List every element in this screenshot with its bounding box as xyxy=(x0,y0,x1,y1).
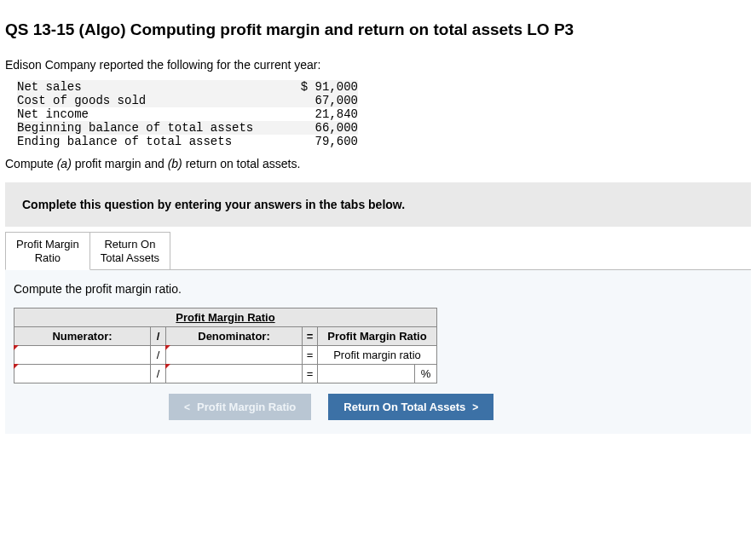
tab-label: Return On xyxy=(104,238,155,251)
equals-cell: = xyxy=(303,365,318,383)
tabs-container: Profit Margin Ratio Return On Total Asse… xyxy=(5,232,751,270)
equals-header: = xyxy=(303,327,318,346)
row-label: Beginning balance of total assets xyxy=(17,121,298,135)
row-label: Net sales xyxy=(17,80,298,94)
tab-panel: Compute the profit margin ratio. Profit … xyxy=(5,269,751,434)
numerator-select[interactable] xyxy=(14,346,151,365)
compute-b: (b) xyxy=(168,157,182,170)
tab-profit-margin[interactable]: Profit Margin Ratio xyxy=(5,232,90,270)
ratio-table: Profit Margin Ratio Numerator: / Denomin… xyxy=(14,308,437,383)
instruction-bar: Complete this question by entering your … xyxy=(5,182,751,227)
row-label: Ending balance of total assets xyxy=(17,135,298,148)
next-label: Return On Total Assets xyxy=(343,401,465,413)
table-row: Ending balance of total assets 79,600 xyxy=(17,135,358,148)
numerator-header: Numerator: xyxy=(14,327,151,346)
divide-cell: / xyxy=(151,346,166,365)
tab-return-on-total-assets[interactable]: Return On Total Assets xyxy=(90,232,170,270)
divide-cell: / xyxy=(151,365,166,383)
result-text: Profit margin ratio xyxy=(318,346,437,365)
row-value: 21,840 xyxy=(298,107,358,121)
tab-label: Ratio xyxy=(35,251,61,264)
compute-a-text: profit margin and xyxy=(72,157,168,170)
row-value: 66,000 xyxy=(298,121,358,135)
nav-buttons: < Profit Margin Ratio Return On Total As… xyxy=(169,394,742,420)
chevron-right-icon: > xyxy=(472,401,478,413)
numerator-value-input[interactable] xyxy=(14,365,151,383)
denominator-select[interactable] xyxy=(166,346,303,365)
compute-instruction: Compute (a) profit margin and (b) return… xyxy=(5,157,751,170)
financial-data-table: Net sales $ 91,000 Cost of goods sold 67… xyxy=(17,80,358,148)
page-title: QS 13-15 (Algo) Computing profit margin … xyxy=(5,20,751,39)
table-row: Cost of goods sold 67,000 xyxy=(17,94,358,107)
row-label: Cost of goods sold xyxy=(17,94,298,107)
compute-a: (a) xyxy=(57,157,72,170)
row-value: 79,600 xyxy=(298,135,358,148)
result-value-input[interactable] xyxy=(318,365,415,383)
unit-cell: % xyxy=(415,365,437,383)
tab-label: Total Assets xyxy=(101,251,159,264)
intro-text: Edison Company reported the following fo… xyxy=(5,58,751,72)
tab-label: Profit Margin xyxy=(16,238,79,251)
compute-b-text: return on total assets. xyxy=(182,157,301,170)
ratio-table-title: Profit Margin Ratio xyxy=(14,308,437,327)
next-button[interactable]: Return On Total Assets > xyxy=(328,394,493,420)
chevron-left-icon: < xyxy=(184,401,190,413)
result-header: Profit Margin Ratio xyxy=(318,327,437,346)
row-value: $ 91,000 xyxy=(298,80,358,94)
divide-header: / xyxy=(151,327,166,346)
compute-prefix: Compute xyxy=(5,157,57,170)
table-row: Beginning balance of total assets 66,000 xyxy=(17,121,358,135)
table-row: Net income 21,840 xyxy=(17,107,358,121)
denominator-header: Denominator: xyxy=(166,327,303,346)
prev-button[interactable]: < Profit Margin Ratio xyxy=(169,394,311,420)
panel-prompt: Compute the profit margin ratio. xyxy=(14,282,742,296)
table-row: Net sales $ 91,000 xyxy=(17,80,358,94)
equals-cell: = xyxy=(303,346,318,365)
row-label: Net income xyxy=(17,107,298,121)
row-value: 67,000 xyxy=(298,94,358,107)
denominator-value-input[interactable] xyxy=(166,365,303,383)
prev-label: Profit Margin Ratio xyxy=(197,401,296,413)
